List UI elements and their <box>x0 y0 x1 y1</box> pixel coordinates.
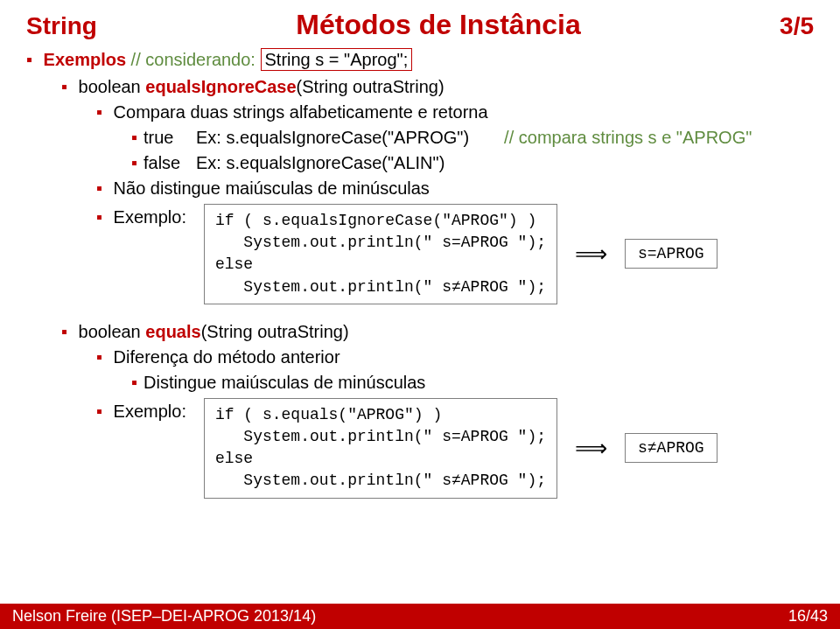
diff-text: Diferença do método anterior <box>114 347 340 367</box>
bullet-icon: ▪ <box>131 128 144 148</box>
false-example: Ex: s.equalsIgnoreCase("ALIN") <box>196 153 444 173</box>
true-example: Ex: s.equalsIgnoreCase("APROG") <box>196 128 469 148</box>
header-left: String <box>26 12 97 40</box>
sec2-code-box: if ( s.equals("APROG") ) System.out.prin… <box>204 398 557 499</box>
intro-declaration-box: String s = "Aprog"; <box>261 48 413 71</box>
bullet-icon: ▪ <box>131 153 144 173</box>
sig-post: (String outraString) <box>297 77 444 96</box>
slide-header: String Métodos de Instância 3/5 <box>0 0 840 41</box>
sec2-note: ▪ Distingue maiúsculas de minúsculas <box>131 373 814 393</box>
note-text: Não distingue maiúsculas de minúsculas <box>114 178 430 198</box>
exemplo-label: ▪ Exemplo: <box>96 207 186 227</box>
header-center: Métodos de Instância <box>296 9 580 41</box>
note-text: Distingue maiúsculas de minúsculas <box>144 373 425 393</box>
sec1-note: ▪ Não distingue maiúsculas de minúsculas <box>96 178 814 199</box>
sec1-false-line: ▪ false Ex: s.equalsIgnoreCase("ALIN") <box>131 153 814 173</box>
intro-comment: // considerando: <box>131 50 256 69</box>
sec2-signature: ▪ boolean equals(String outraString) <box>61 322 814 342</box>
bullet-icon: ▪ <box>61 322 74 342</box>
sig-pre: boolean <box>79 77 146 96</box>
bullet-icon: ▪ <box>96 102 108 122</box>
false-label: false <box>144 153 196 173</box>
true-label: true <box>144 128 196 148</box>
exemplos-label: Exemplos <box>44 50 126 69</box>
desc-text: Compara duas strings alfabeticamente e r… <box>114 102 488 122</box>
intro-line: ▪ Exemplos // considerando: String s = "… <box>26 50 814 70</box>
sec1-signature: ▪ boolean equalsIgnoreCase(String outraS… <box>61 77 814 97</box>
sec1-result-box: s=APROG <box>625 239 718 269</box>
bullet-icon: ▪ <box>131 373 144 393</box>
footer-page: 16/43 <box>788 607 828 626</box>
sec1-code-box: if ( s.equalsIgnoreCase("APROG") ) Syste… <box>204 204 557 304</box>
implies-arrow-icon: ⟹ <box>575 435 607 462</box>
sec1-example-row: ▪ Exemplo: if ( s.equalsIgnoreCase("APRO… <box>96 204 814 304</box>
slide-content: ▪ Exemplos // considerando: String s = "… <box>0 41 840 499</box>
implies-arrow-icon: ⟹ <box>575 241 607 268</box>
sig-post: (String outraString) <box>201 322 349 341</box>
bullet-icon: ▪ <box>96 207 108 227</box>
bullet-icon: ▪ <box>96 402 108 422</box>
footer-author: Nelson Freire (ISEP–DEI-APROG 2013/14) <box>12 607 316 626</box>
sig-method: equals <box>145 322 200 341</box>
exemplo-text: Exemplo: <box>114 402 186 421</box>
sec1-desc: ▪ Compara duas strings alfabeticamente e… <box>96 102 814 122</box>
sig-pre: boolean <box>79 322 146 341</box>
sec2-result-box: s≠APROG <box>625 433 718 463</box>
true-comment: // compara strings s e "APROG" <box>504 128 752 148</box>
bullet-icon: ▪ <box>96 347 108 367</box>
exemplo-text: Exemplo: <box>114 207 186 227</box>
exemplo-label: ▪ Exemplo: <box>96 402 186 422</box>
sec2-diff: ▪ Diferença do método anterior <box>96 347 814 367</box>
header-right: 3/5 <box>780 12 814 40</box>
bullet-icon: ▪ <box>61 77 74 97</box>
bullet-icon: ▪ <box>96 178 108 199</box>
slide-footer: Nelson Freire (ISEP–DEI-APROG 2013/14) 1… <box>0 604 840 629</box>
bullet-icon: ▪ <box>26 50 38 70</box>
sig-method: equalsIgnoreCase <box>145 77 296 96</box>
sec1-true-line: ▪ true Ex: s.equalsIgnoreCase("APROG") /… <box>131 128 814 148</box>
sec2-example-row: ▪ Exemplo: if ( s.equals("APROG") ) Syst… <box>96 398 814 499</box>
